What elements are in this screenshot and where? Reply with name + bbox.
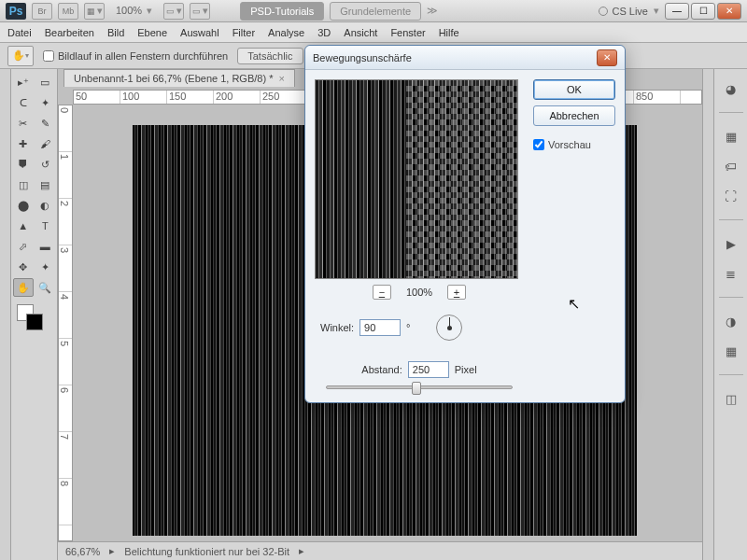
menu-bar: Datei Bearbeiten Bild Ebene Auswahl Filt… [0,22,747,43]
actions-panel-icon[interactable]: ≣ [721,263,741,284]
document-tab[interactable]: Unbenannt-1 bei 66,7% (Ebene 1, RGB/8) *… [63,69,295,87]
status-bar: 66,67% ▸ Belichtung funktioniert nur bei… [58,541,702,560]
screen-mode-button[interactable]: ▭▾ [190,3,210,20]
menu-auswahl[interactable]: Auswahl [180,27,219,38]
right-gutter [702,69,713,560]
shape-tool[interactable]: ▬ [35,237,56,256]
ok-button[interactable]: OK [533,79,615,100]
crop-tool[interactable]: ✂ [13,114,34,133]
workspace-more-icon[interactable]: ≫ [427,5,438,17]
bridge-button[interactable]: Br [32,3,52,20]
adjustments-panel-icon[interactable]: ⛶ [721,186,741,206]
status-zoom[interactable]: 66,67% [65,546,100,557]
move-tool[interactable]: ▸⁺ [13,73,34,91]
angle-label: Winkel: [320,322,354,333]
system-bar: Ps Br Mb ▦▾ 100% ▾ ▭▾ ▭▾ PSD-Tutorials G… [0,0,747,22]
distance-slider[interactable] [326,385,513,389]
channels-panel-icon[interactable]: ▦ [721,341,741,361]
status-message: Belichtung funktioniert nur bei 32-Bit [124,546,289,557]
slider-thumb[interactable] [412,382,421,395]
gradient-tool[interactable]: ▤ [35,175,56,194]
cancel-button[interactable]: Abbrechen [533,105,615,126]
close-window-button[interactable]: ✕ [717,3,741,20]
scroll-all-checkbox[interactable]: Bildlauf in allen Fenstern durchführen [43,50,228,62]
history-brush-tool[interactable]: ↺ [35,155,56,174]
tools-panel: ▸⁺▭ ᑕ✦ ✂✎ ✚🖌 ⛊↺ ◫▤ ⬤◐ ▲T ⬀▬ ✥✦ ✋🔍 [11,69,58,560]
dialog-titlebar[interactable]: Bewegungsunschärfe ✕ [305,46,625,70]
type-tool[interactable]: T [35,217,56,235]
layout-button[interactable]: ▦▾ [84,3,105,20]
motion-blur-dialog: Bewegungsunschärfe ✕ − 100% + Winkel: 90… [304,45,626,403]
hand-tool[interactable]: ✋ [13,278,34,297]
zoom-in-button[interactable]: + [447,285,466,300]
menu-3d[interactable]: 3D [317,27,331,38]
view-extras-button[interactable]: ▭▾ [163,3,184,20]
history-panel-icon[interactable]: ▶ [721,233,741,254]
app-logo: Ps [6,3,26,20]
cslive-button[interactable]: CS Live▾ [599,5,659,17]
distance-label: Abstand: [361,364,402,375]
minimize-button[interactable]: — [665,3,689,20]
color-panel-icon[interactable]: ◕ [721,78,741,99]
menu-ansicht[interactable]: Ansicht [344,27,377,38]
angle-input[interactable]: 90 [359,319,401,336]
brush-tool[interactable]: 🖌 [35,134,56,153]
zoom-tool[interactable]: 🔍 [35,278,56,297]
zoom-level[interactable]: 100% ▾ [110,5,158,17]
eraser-tool[interactable]: ◫ [13,175,34,194]
zoom-out-button[interactable]: − [373,285,391,300]
workspace-tab-active[interactable]: PSD-Tutorials [240,2,324,21]
color-swatches[interactable] [13,304,55,330]
swatches-panel-icon[interactable]: ▦ [721,126,741,147]
maximize-button[interactable]: ☐ [691,3,715,20]
minibridge-button[interactable]: Mb [58,3,78,20]
vertical-ruler: 012345678 [58,105,73,541]
dialog-close-button[interactable]: ✕ [597,49,617,66]
background-swatch[interactable] [26,314,43,330]
menu-bild[interactable]: Bild [107,27,124,38]
menu-ebene[interactable]: Ebene [137,27,167,38]
paths-panel-icon[interactable]: ◫ [721,388,741,409]
heal-tool[interactable]: ✚ [13,134,34,153]
path-tool[interactable]: ⬀ [13,237,34,256]
layers-panel-icon[interactable]: ◑ [721,311,741,331]
pen-tool[interactable]: ▲ [13,217,34,235]
blur-tool[interactable]: ⬤ [13,196,34,215]
angle-unit: ° [406,322,410,333]
menu-hilfe[interactable]: Hilfe [439,27,459,38]
menu-datei[interactable]: Datei [7,27,32,38]
distance-input[interactable]: 250 [408,361,449,378]
dialog-title: Bewegungsunschärfe [313,52,597,63]
preview-checkbox[interactable]: Vorschau [533,139,615,150]
preview-zoom: 100% [406,287,432,298]
styles-panel-icon[interactable]: 🏷 [721,156,741,176]
menu-fenster[interactable]: Fenster [390,27,425,38]
wand-tool[interactable]: ✦ [35,93,56,112]
actual-pixels-button[interactable]: Tatsächlic [237,48,303,64]
panels-dock: ◕ ▦ 🏷 ⛶ ▶ ≣ ◑ ▦ ◫ [713,69,747,560]
lasso-tool[interactable]: ᑕ [13,93,34,112]
workspace-tab[interactable]: Grundelemente [330,2,421,21]
menu-bearbeiten[interactable]: Bearbeiten [45,27,94,38]
marquee-tool[interactable]: ▭ [35,73,56,91]
3d-tool[interactable]: ✥ [13,258,34,276]
3d-camera-tool[interactable]: ✦ [35,258,56,276]
stamp-tool[interactable]: ⛊ [13,155,34,174]
dodge-tool[interactable]: ◐ [35,196,56,215]
menu-filter[interactable]: Filter [233,27,255,38]
current-tool-icon[interactable]: ✋▾ [7,46,34,66]
angle-dial[interactable] [436,315,462,341]
distance-unit: Pixel [455,364,477,375]
preview-area[interactable] [315,79,518,279]
menu-analyse[interactable]: Analyse [268,27,304,38]
left-gutter [0,69,11,560]
close-tab-icon[interactable]: × [278,73,284,84]
eyedropper-tool[interactable]: ✎ [35,114,56,133]
